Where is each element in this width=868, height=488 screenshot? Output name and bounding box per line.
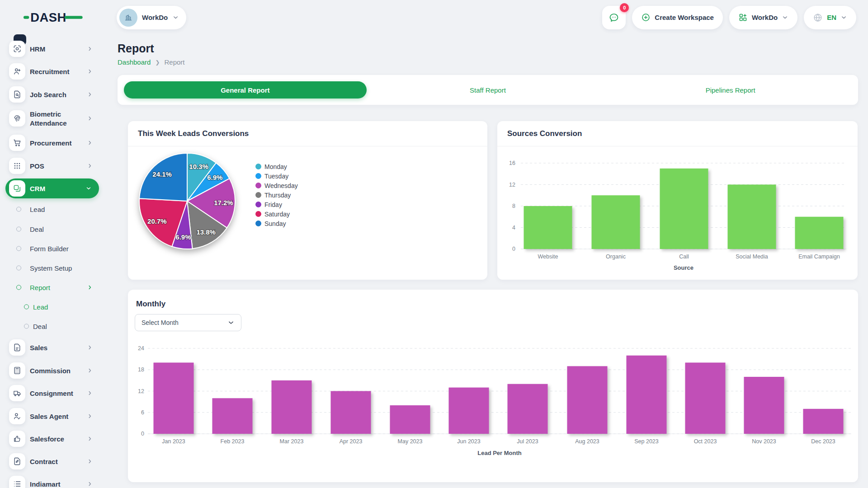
chart-text: 17.2%	[214, 199, 233, 206]
sidebar-item-label: Recruitment	[30, 68, 70, 75]
sidebar-item-lead[interactable]: Lead	[0, 199, 105, 219]
legend-item-saturday[interactable]: Saturday	[255, 209, 298, 219]
workspace-switcher[interactable]: WorkDo	[117, 6, 186, 29]
chart-text: Apr 2023	[340, 438, 363, 445]
chevron-right-icon	[87, 163, 93, 169]
sidebar-item-commission[interactable]: Commission	[0, 361, 105, 380]
chart-text: 13.8%	[196, 228, 216, 236]
bar-may-2023[interactable]	[390, 405, 430, 434]
bar-apr-2023[interactable]	[331, 391, 371, 434]
bar-feb-2023[interactable]	[212, 398, 253, 434]
sidebar-item-recruitment[interactable]: Recruitment	[0, 61, 105, 81]
legend-dot-icon	[255, 173, 261, 179]
svg-text:DASH: DASH	[30, 10, 66, 24]
bar-dec-2023[interactable]	[803, 409, 844, 434]
sidebar-item-label: Procurement	[30, 139, 72, 147]
bar-call[interactable]	[660, 169, 708, 249]
sidebar-item-pos[interactable]: POS	[0, 156, 105, 176]
bar-social-media[interactable]	[728, 185, 776, 249]
sidebar-item-sales[interactable]: Sales	[0, 338, 105, 357]
job-search-icon	[9, 86, 25, 103]
breadcrumb-separator-icon: ❯	[155, 59, 160, 66]
sidebar-item-label: Sales	[30, 344, 47, 352]
chevron-right-icon	[87, 284, 93, 291]
sidebar-item-consignment[interactable]: Consignment	[0, 383, 105, 403]
bar-jul-2023[interactable]	[508, 384, 548, 434]
chart-text: 8	[512, 203, 515, 209]
bar-organic[interactable]	[592, 195, 640, 249]
bar-oct-2023[interactable]	[685, 363, 726, 434]
sidebar-item-deal-sub[interactable]: Deal	[0, 316, 105, 336]
sidebar-item-form-builder[interactable]: Form Builder	[0, 239, 105, 258]
commission-icon	[9, 362, 25, 379]
messages-button[interactable]: 0	[602, 6, 626, 29]
building-icon	[123, 13, 133, 23]
bar-nov-2023[interactable]	[744, 377, 784, 434]
breadcrumb-current: Report	[164, 58, 184, 66]
sidebar-item-deal[interactable]: Deal	[0, 219, 105, 239]
sidebar-item-job-search[interactable]: Job Search	[0, 84, 105, 104]
legend-item-tuesday[interactable]: Tuesday	[255, 171, 298, 181]
legend-item-thursday[interactable]: Thursday	[255, 190, 298, 200]
legend-item-wednesday[interactable]: Wednesday	[255, 181, 298, 190]
sidebar-item-label: Deal	[33, 323, 47, 330]
chart-text: Jan 2023	[162, 438, 185, 445]
legend-dot-icon	[255, 211, 261, 217]
sidebar-item-hrm[interactable]: HRM	[0, 39, 105, 59]
page-title: Report	[118, 42, 858, 55]
tab-pipelines-report[interactable]: Pipelines Report	[609, 81, 852, 99]
sidebar-item-report[interactable]: Report	[0, 277, 105, 297]
sidebar-item-lead-sub[interactable]: Lead	[0, 297, 105, 317]
bullet-icon	[24, 305, 29, 310]
chart-text: 6.9%	[175, 233, 191, 241]
tab-staff-report[interactable]: Staff Report	[367, 81, 609, 99]
bar-jan-2023[interactable]	[154, 363, 194, 434]
bar-aug-2023[interactable]	[567, 366, 608, 434]
chart-text: Social Media	[736, 253, 768, 260]
sales-icon	[9, 339, 25, 356]
sidebar-item-label: System Setup	[30, 264, 72, 272]
report-tabs: General ReportStaff ReportPipelines Repo…	[118, 75, 858, 105]
bar-mar-2023[interactable]	[272, 380, 312, 434]
bullet-icon	[24, 324, 29, 329]
bar-sep-2023[interactable]	[627, 356, 667, 434]
breadcrumb-dashboard-link[interactable]: Dashboard	[118, 58, 151, 66]
language-button[interactable]: EN	[804, 6, 856, 29]
sidebar-item-indiamart[interactable]: Indiamart	[0, 474, 105, 488]
legend-item-friday[interactable]: Friday	[255, 200, 298, 209]
chevron-right-icon	[87, 115, 93, 122]
sidebar-item-salesforce[interactable]: Salesforce	[0, 429, 105, 449]
chevron-down-icon	[840, 14, 847, 21]
legend-item-monday[interactable]: Monday	[255, 162, 298, 171]
sidebar-item-procurement[interactable]: Procurement	[0, 133, 105, 153]
legend-item-sunday[interactable]: Sunday	[255, 219, 298, 228]
dash-logo-icon: DASH	[24, 9, 88, 26]
chart-text: Organic	[606, 253, 626, 260]
legend-label: Wednesday	[264, 182, 298, 189]
bar-jun-2023[interactable]	[449, 388, 489, 434]
chevron-right-icon	[87, 46, 93, 52]
bar-website[interactable]	[524, 206, 572, 249]
bar-email-campaign[interactable]	[795, 217, 844, 249]
topbar: WorkDo 0 Create Workspace	[105, 0, 868, 35]
sidebar-item-contract[interactable]: Contract	[0, 451, 105, 471]
pie-legend: MondayTuesdayWednesdayThursdayFridaySatu…	[255, 162, 298, 228]
chevron-right-icon	[87, 390, 93, 396]
create-workspace-label: Create Workspace	[655, 14, 714, 21]
language-code: EN	[827, 14, 836, 21]
workdo-menu-button[interactable]: WorkDo	[729, 6, 797, 29]
tab-general-report[interactable]: General Report	[124, 81, 367, 99]
sidebar-item-system-setup[interactable]: System Setup	[0, 258, 105, 278]
chart-text: Source	[674, 264, 693, 271]
sidebar-item-biometric-attendance[interactable]: Biometric Attendance	[0, 106, 105, 131]
chart-text: Jul 2023	[517, 438, 538, 445]
dash-logo[interactable]: DASH	[24, 9, 88, 28]
sidebar-item-crm[interactable]: CRM	[5, 178, 99, 198]
chevron-down-icon	[172, 14, 179, 21]
sidebar-item-label: POS	[30, 162, 44, 170]
bullet-icon	[16, 227, 21, 232]
create-workspace-button[interactable]: Create Workspace	[632, 6, 723, 29]
contract-icon	[9, 453, 25, 469]
chart-text: Sep 2023	[634, 438, 659, 445]
sidebar-item-sales-agent[interactable]: Sales Agent	[0, 406, 105, 426]
